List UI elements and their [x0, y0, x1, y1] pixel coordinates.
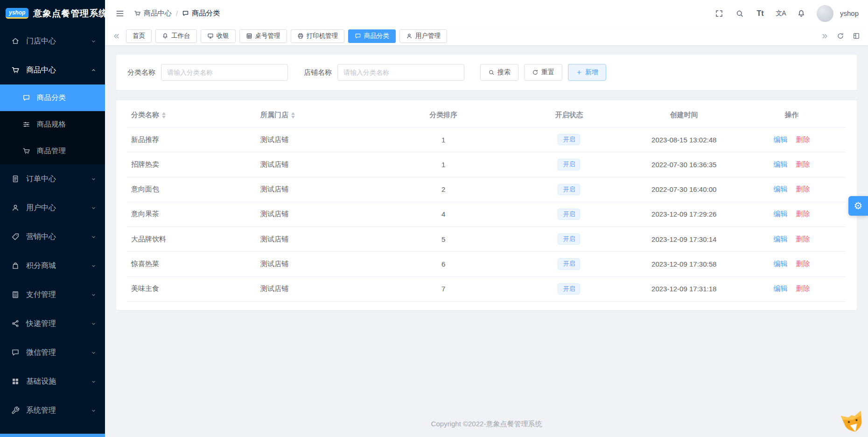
cell-sort: 1	[379, 152, 508, 177]
status-badge: 开启	[558, 184, 580, 195]
sidebar-item-system-manage[interactable]: 系统管理	[0, 396, 105, 425]
fullscreen-icon[interactable]	[710, 4, 728, 23]
edit-link[interactable]: 编辑	[774, 260, 788, 268]
tab-table-manage[interactable]: 桌号管理	[239, 29, 287, 43]
settings-fab-button[interactable]: ⚙	[848, 196, 868, 216]
sidebar-item-order-center[interactable]: 订单中心	[0, 164, 105, 193]
edit-link[interactable]: 编辑	[774, 185, 788, 193]
sidebar-item-wechat-manage[interactable]: 微信管理	[0, 338, 105, 367]
sort-carets-icon[interactable]	[291, 112, 295, 119]
tag-icon	[11, 233, 21, 241]
printer-icon	[297, 33, 304, 39]
column-header-category-name[interactable]: 分类名称	[127, 103, 257, 127]
delete-link[interactable]: 删除	[796, 235, 810, 243]
translate-icon[interactable]: 文A	[772, 4, 790, 23]
search-button-label: 搜索	[497, 68, 511, 77]
filter-bar: 分类名称 店铺名称 搜索 重置 新增	[116, 55, 857, 90]
cell-category-name: 意向面包	[127, 177, 257, 202]
sidebar-item-points-mall[interactable]: 积分商城	[0, 251, 105, 280]
chevron-up-icon	[91, 67, 97, 73]
sidebar-subitem-goods-category[interactable]: 商品分类	[0, 85, 105, 111]
chevron-down-icon	[91, 205, 97, 211]
tab-workbench[interactable]: 工作台	[155, 29, 197, 43]
tab-user-manage[interactable]: 用户管理	[399, 29, 447, 43]
cell-created: 2023-12-09 17:30:14	[630, 227, 738, 252]
breadcrumb-label: 商品分类	[192, 9, 220, 18]
cell-sort: 4	[379, 202, 508, 226]
bell-icon[interactable]	[792, 4, 810, 23]
sidebar-subitem-goods-spec[interactable]: 商品规格	[0, 111, 105, 138]
cell-created: 2022-07-30 16:36:35	[630, 152, 738, 177]
tab-printer-manage[interactable]: 打印机管理	[291, 29, 345, 43]
delete-link[interactable]: 删除	[796, 135, 810, 143]
delete-link[interactable]: 删除	[796, 260, 810, 268]
username[interactable]: yshop	[840, 9, 859, 17]
avatar[interactable]	[817, 5, 833, 22]
grid-icon	[11, 377, 21, 386]
sidebar-item-express-manage[interactable]: 快递管理	[0, 309, 105, 338]
status-badge: 开启	[558, 258, 580, 269]
cell-shop: 测试店铺	[257, 202, 379, 226]
reset-button[interactable]: 重置	[524, 64, 562, 81]
tabs-scroll-left-icon[interactable]	[111, 32, 122, 40]
sidebar-item-store-center[interactable]: 门店中心	[0, 27, 105, 56]
logo-row[interactable]: yshop 意象点餐管理系统	[0, 0, 105, 27]
table-row: 惊喜热菜 测试店铺 6 开启 2023-12-09 17:30:58 编辑删除	[127, 252, 846, 276]
cell-sort: 6	[379, 252, 508, 276]
delete-link[interactable]: 删除	[796, 160, 810, 168]
breadcrumb-item-goods-center[interactable]: 商品中心	[134, 9, 172, 18]
search-button[interactable]: 搜索	[480, 64, 518, 81]
delete-link[interactable]: 删除	[796, 210, 810, 218]
delete-link[interactable]: 删除	[796, 284, 810, 292]
cell-category-name: 美味主食	[127, 276, 257, 301]
sidebar-item-label: 用户中心	[26, 203, 85, 213]
edit-link[interactable]: 编辑	[774, 135, 788, 143]
status-badge: 开启	[558, 209, 580, 220]
tab-options-icon[interactable]	[850, 32, 862, 40]
sidebar-item-marketing-center[interactable]: 营销中心	[0, 222, 105, 251]
chevron-down-icon	[91, 321, 97, 327]
edit-link[interactable]: 编辑	[774, 160, 788, 168]
edit-link[interactable]: 编辑	[774, 210, 788, 218]
cell-category-name: 大品牌饮料	[127, 227, 257, 252]
chevron-down-icon	[91, 234, 97, 240]
sidebar-item-label: 营销中心	[26, 232, 85, 242]
search-icon[interactable]	[731, 4, 749, 23]
status-badge: 开启	[558, 283, 580, 295]
chevron-down-icon	[91, 379, 97, 385]
sidebar-item-goods-center[interactable]: 商品中心	[0, 56, 105, 85]
category-name-input[interactable]	[161, 64, 288, 81]
comment-icon	[11, 348, 21, 357]
sidebar-item-user-center[interactable]: 用户中心	[0, 193, 105, 222]
table-row: 美味主食 测试店铺 7 开启 2023-12-09 17:31:18 编辑删除	[127, 276, 846, 301]
sidebar-item-payment-manage[interactable]: 支付管理	[0, 280, 105, 309]
cell-shop: 测试店铺	[257, 177, 379, 202]
sidebar-item-label: 门店中心	[26, 36, 85, 46]
shop-name-input[interactable]	[337, 64, 464, 81]
tabs-scroll-right-icon[interactable]	[819, 32, 831, 40]
sidebar: yshop 意象点餐管理系统 门店中心 商品中心 商品分类	[0, 0, 105, 437]
column-header-shop[interactable]: 所属门店	[257, 103, 379, 127]
edit-link[interactable]: 编辑	[774, 235, 788, 243]
topbar-actions: Tt 文A yshop	[710, 4, 859, 23]
sidebar-item-infrastructure[interactable]: 基础设施	[0, 367, 105, 396]
sidebar-subitem-goods-manage[interactable]: 商品管理	[0, 138, 105, 164]
tab-goods-category[interactable]: 商品分类	[348, 29, 396, 43]
refresh-icon	[532, 69, 539, 76]
tab-home[interactable]: 首页	[126, 29, 152, 43]
add-button-label: 新增	[585, 68, 598, 77]
add-button[interactable]: 新增	[568, 64, 606, 81]
chevron-down-icon	[91, 263, 97, 269]
hamburger-icon[interactable]	[115, 4, 125, 23]
text-size-icon[interactable]: Tt	[751, 4, 769, 23]
chevron-down-icon	[91, 176, 97, 182]
edit-link[interactable]: 编辑	[774, 284, 788, 292]
refresh-icon[interactable]	[834, 32, 847, 40]
tab-cashier[interactable]: 收银	[201, 29, 236, 43]
delete-link[interactable]: 删除	[796, 185, 810, 193]
column-header-actions: 操作	[738, 103, 846, 127]
sidebar-scrollbar[interactable]	[0, 434, 105, 437]
sidebar-subitem-label: 商品分类	[37, 93, 66, 103]
cell-category-name: 意向果茶	[127, 202, 257, 226]
sort-carets-icon[interactable]	[162, 112, 166, 119]
